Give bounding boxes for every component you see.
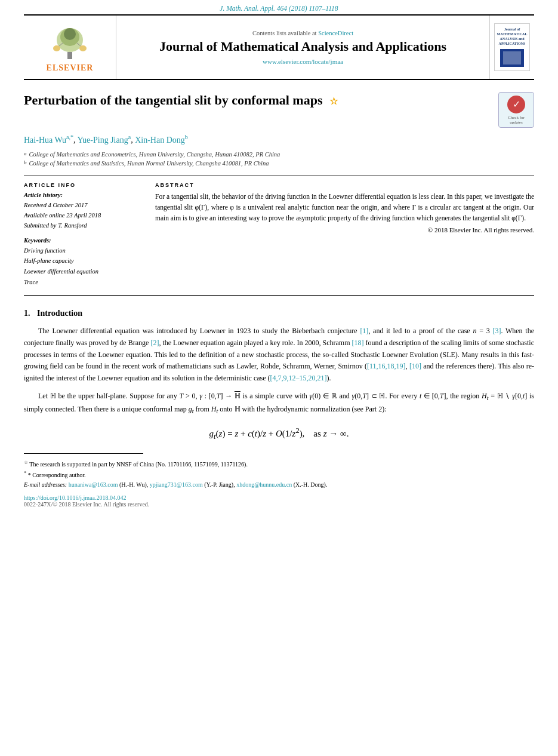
author2-sup: a — [128, 134, 131, 140]
contents-available: Contents lists available at ScienceDirec… — [252, 30, 353, 36]
elsevier-tree-icon — [46, 22, 94, 61]
check-for-updates-badge[interactable]: ✓ Check forupdates — [498, 92, 534, 128]
kw4: Trace — [24, 277, 143, 288]
main-content: Perturbation of the tangential slit by c… — [24, 80, 534, 508]
paper-title: Perturbation of the tangential slit by c… — [24, 92, 498, 109]
journal-center: Contents lists available at ScienceDirec… — [116, 16, 489, 79]
doi-line[interactable]: https://doi.org/10.1016/j.jmaa.2018.04.0… — [24, 494, 534, 501]
kw2: Half-plane capacity — [24, 256, 143, 266]
email1[interactable]: hunaniwa@163.com — [69, 481, 118, 488]
sciencedirect-link[interactable]: ScienceDirect — [318, 30, 353, 36]
article-info-col: ARTICLE INFO Article history: Received 4… — [24, 182, 143, 288]
author2-name: Yue-Ping Jiang — [78, 136, 128, 145]
footnotes-divider — [24, 453, 143, 454]
check-badge-label: Check forupdates — [508, 115, 525, 125]
abstract-text: For a tangential slit, the behavior of t… — [155, 192, 534, 223]
intro-title-text: Introduction — [37, 309, 82, 318]
paper-title-section: Perturbation of the tangential slit by c… — [24, 92, 534, 128]
email3[interactable]: xhdong@hunnu.edu.cn — [236, 481, 292, 488]
author1-sup: a,* — [66, 134, 73, 140]
abstract-divider — [24, 295, 534, 296]
star-footnote-icon: ☆ — [329, 96, 338, 106]
svg-point-3 — [64, 28, 76, 40]
intro-para2: Let ℍ be the upper half-plane. Suppose f… — [24, 391, 534, 417]
intro-section-number: 1. — [24, 309, 30, 318]
ref-group1[interactable]: [11,16,18,19] — [367, 362, 406, 370]
journal-url[interactable]: www.elsevier.com/locate/jmaa — [263, 58, 343, 65]
keywords-label: Keywords: — [24, 237, 143, 244]
svg-point-6 — [53, 45, 60, 51]
ref18[interactable]: [18] — [352, 339, 364, 347]
svg-rect-0 — [67, 52, 72, 59]
intro-para1: The Loewner differential equation was in… — [24, 325, 534, 385]
ref1[interactable]: [1] — [360, 327, 368, 335]
check-circle-icon: ✓ — [507, 96, 525, 113]
affil-a-letter: a — [24, 150, 27, 159]
email2[interactable]: ypjiang731@163.com — [150, 481, 203, 488]
abstract-copyright: © 2018 Elsevier Inc. All rights reserved… — [155, 226, 534, 233]
history-label: Article history: — [24, 192, 143, 198]
ref2[interactable]: [2] — [150, 339, 159, 347]
kw1: Driving function — [24, 245, 143, 256]
intro-section-title: 1. Introduction — [24, 309, 534, 318]
kw3: Loewner differential equation — [24, 266, 143, 277]
authors-line: Hai-Hua Wua,*, Yue-Ping Jianga, Xin-Han … — [24, 134, 534, 145]
ref-group2[interactable]: [4,7,9,12–15,20,21] — [270, 374, 327, 382]
formula-gt: gt(z) = z + c(t)/z + O(1/z2), as z → ∞. — [24, 426, 534, 441]
issn-line: 0022-247X/© 2018 Elsevier Inc. All right… — [24, 501, 534, 508]
journal-header: ELSEVIER Contents lists available at Sci… — [24, 14, 534, 80]
journal-logo-right: Journal ofMATHEMATICALANALYSIS andAPPLIC… — [489, 16, 534, 79]
journal-thumbnail: Journal ofMATHEMATICALANALYSIS andAPPLIC… — [494, 23, 530, 71]
header-divider — [24, 176, 534, 176]
citation-bar: J. Math. Anal. Appl. 464 (2018) 1107–111… — [0, 0, 558, 14]
footnote-corr: * * Corresponding author. — [24, 469, 534, 480]
submitted-by: Submitted by T. Ransford — [24, 221, 143, 231]
affil-b-text: College of Mathematics and Statistics, H… — [29, 159, 269, 168]
keywords-list: Driving function Half-plane capacity Loe… — [24, 245, 143, 288]
svg-point-7 — [79, 45, 87, 51]
ref3[interactable]: [3] — [492, 327, 501, 335]
article-info-abstract: ARTICLE INFO Article history: Received 4… — [24, 182, 534, 288]
abstract-col: ABSTRACT For a tangential slit, the beha… — [155, 182, 534, 288]
affil-a-line: a College of Mathematics and Econometric… — [24, 150, 534, 159]
footnote-star: ☆ The research is supported in part by N… — [24, 459, 534, 469]
abstract-label: ABSTRACT — [155, 182, 534, 188]
elsevier-brand-text: ELSEVIER — [47, 63, 94, 73]
received-date: Received 4 October 2017 — [24, 201, 143, 211]
footnote-emails: E-mail addresses: hunaniwa@163.com (H.-H… — [24, 480, 534, 490]
journal-title: Journal of Mathematical Analysis and App… — [159, 39, 446, 54]
article-info-label: ARTICLE INFO — [24, 182, 143, 188]
affil-a-text: College of Mathematics and Econometrics,… — [29, 150, 280, 159]
affiliations: a College of Mathematics and Econometric… — [24, 150, 534, 169]
affil-b-line: b College of Mathematics and Statistics,… — [24, 159, 534, 168]
elsevier-logo-area: ELSEVIER — [24, 16, 116, 79]
history-dates: Received 4 October 2017 Available online… — [24, 201, 143, 231]
citation-text: J. Math. Anal. Appl. 464 (2018) 1107–111… — [220, 5, 338, 12]
author1-name: Hai-Hua Wu — [24, 136, 66, 145]
author3-sup: b — [185, 134, 188, 140]
available-date: Available online 23 April 2018 — [24, 211, 143, 221]
elsevier-logo: ELSEVIER — [46, 22, 94, 73]
ref10[interactable]: [10] — [409, 362, 421, 370]
author3-name: Xin-Han Dong — [135, 136, 185, 145]
affil-b-letter: b — [24, 159, 27, 168]
